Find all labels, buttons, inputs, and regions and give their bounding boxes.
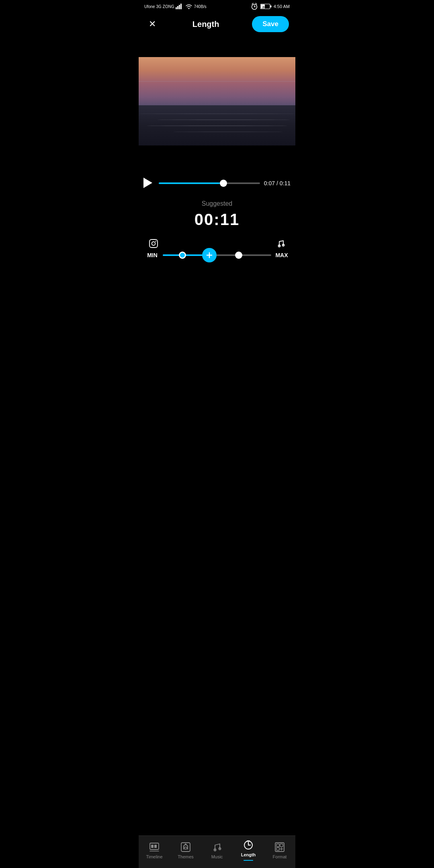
- music-note-icon: [277, 239, 285, 250]
- progress-thumb[interactable]: [220, 180, 227, 187]
- save-button[interactable]: Save: [252, 16, 289, 32]
- thumb-right[interactable]: [235, 252, 242, 259]
- status-left: Ufone 3G ZONG 740B/s: [144, 2, 207, 10]
- suggested-time: 00:11: [139, 211, 295, 229]
- suggested-label: Suggested: [139, 200, 295, 207]
- svg-rect-12: [270, 6, 271, 8]
- length-slider-section: MIN MAX: [139, 235, 295, 266]
- svg-text:24: 24: [262, 6, 266, 8]
- wave-1: [139, 113, 295, 114]
- svg-rect-1: [177, 6, 178, 9]
- alarm-icon: [250, 2, 258, 10]
- wave-3: [147, 125, 288, 126]
- horizon-line: [139, 81, 295, 82]
- svg-point-4: [188, 8, 189, 9]
- close-button[interactable]: ✕: [145, 17, 160, 31]
- svg-rect-0: [176, 7, 177, 9]
- instagram-icon: [149, 239, 158, 250]
- play-triangle-icon: [143, 178, 152, 188]
- status-right: 24 4:50 AM: [250, 2, 290, 10]
- svg-rect-3: [180, 4, 182, 9]
- wifi-icon: [185, 2, 193, 10]
- svg-line-8: [252, 3, 253, 4]
- time-text: 4:50 AM: [274, 4, 290, 9]
- svg-point-15: [152, 242, 156, 246]
- length-slider-row: MIN MAX: [145, 252, 289, 258]
- space-above: [139, 37, 295, 57]
- slider-icons-row: [145, 239, 289, 250]
- carrier-text: Ufone 3G: [144, 4, 162, 9]
- page-title: Length: [192, 20, 219, 29]
- play-button[interactable]: [143, 178, 155, 189]
- video-preview: [139, 57, 295, 145]
- svg-point-16: [155, 241, 156, 242]
- time-display: 0:07 / 0:11: [264, 180, 291, 186]
- playback-bar: 0:07 / 0:11: [139, 178, 295, 189]
- status-bar: Ufone 3G ZONG 740B/s: [139, 0, 295, 12]
- progress-fill: [159, 182, 223, 184]
- carrier2-text: ZONG: [163, 4, 174, 9]
- svg-line-9: [256, 3, 257, 4]
- progress-track[interactable]: [159, 182, 260, 184]
- wave-4: [173, 131, 283, 132]
- thumb-center[interactable]: [202, 248, 217, 262]
- svg-rect-2: [179, 5, 180, 9]
- signal-icon: [176, 2, 184, 10]
- battery-icon: 24: [260, 4, 272, 9]
- water-body: [139, 105, 295, 145]
- header: ✕ Length Save: [139, 12, 295, 37]
- space-below: [139, 145, 295, 178]
- wave-2: [157, 119, 291, 120]
- min-label: MIN: [145, 252, 160, 258]
- max-label: MAX: [274, 252, 289, 258]
- suggested-section: Suggested 00:11: [139, 192, 295, 235]
- length-track[interactable]: [163, 254, 271, 256]
- speed-text: 740B/s: [194, 4, 207, 9]
- svg-rect-14: [149, 240, 158, 248]
- thumb-left[interactable]: [179, 252, 186, 259]
